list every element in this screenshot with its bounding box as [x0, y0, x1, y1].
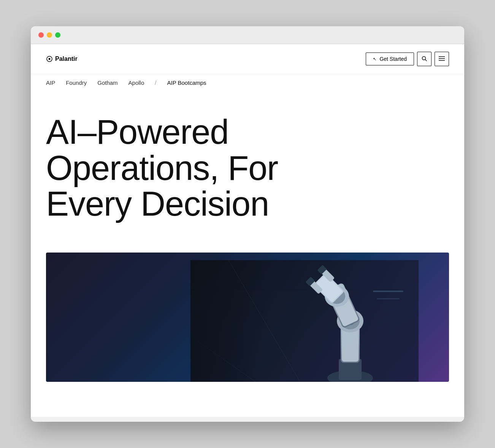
subnav-item-foundry[interactable]: Foundry	[66, 79, 87, 86]
hero-title-line1: AI–Powered	[46, 113, 228, 151]
nav-right: ↖ Get Started	[366, 52, 449, 66]
browser-chrome	[31, 26, 464, 44]
browser-window: Palantir ↖ Get Started	[31, 26, 464, 422]
robot-arm-svg	[190, 260, 419, 382]
svg-rect-28	[377, 298, 400, 299]
menu-button[interactable]	[435, 52, 449, 66]
get-started-button[interactable]: ↖ Get Started	[366, 52, 414, 65]
palantir-logo-icon	[46, 56, 53, 62]
subnav-item-gotham[interactable]: Gotham	[97, 79, 117, 86]
get-started-label: Get Started	[379, 56, 407, 62]
subnav-item-apollo[interactable]: Apollo	[129, 79, 144, 86]
hero-title-line2: Operations, For	[46, 149, 278, 187]
robot-arm-visual	[46, 253, 449, 382]
subnav-item-aip[interactable]: AIP	[46, 79, 55, 86]
traffic-light-green[interactable]	[55, 32, 60, 38]
hero-title-line3: Every Decision	[46, 185, 269, 223]
logo-text: Palantir	[55, 56, 78, 62]
sub-nav-divider: /	[155, 79, 156, 86]
browser-content: Palantir ↖ Get Started	[31, 44, 464, 417]
svg-rect-27	[373, 291, 403, 292]
search-button[interactable]	[417, 52, 432, 66]
hero-image	[46, 253, 449, 382]
hero-title: AI–Powered Operations, For Every Decisio…	[46, 114, 312, 222]
svg-line-3	[425, 59, 427, 61]
search-icon	[422, 56, 427, 62]
svg-rect-29	[190, 260, 267, 382]
subnav-item-bootcamps[interactable]: AIP Bootcamps	[167, 79, 206, 86]
traffic-light-red[interactable]	[38, 32, 44, 38]
logo[interactable]: Palantir	[46, 56, 78, 62]
svg-point-1	[49, 58, 51, 60]
hero-section: AI–Powered Operations, For Every Decisio…	[31, 91, 464, 237]
cursor-icon: ↖	[373, 57, 376, 62]
traffic-light-yellow[interactable]	[47, 32, 52, 38]
hamburger-icon	[439, 56, 445, 62]
sub-nav: AIP Foundry Gotham Apollo / AIP Bootcamp…	[31, 74, 464, 91]
navbar: Palantir ↖ Get Started	[31, 44, 464, 74]
